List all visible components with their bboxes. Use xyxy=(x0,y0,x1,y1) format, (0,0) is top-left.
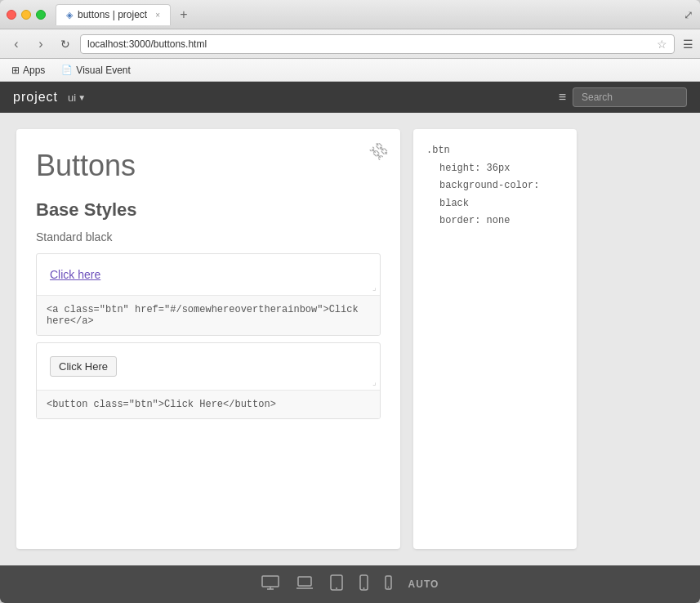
svg-rect-3 xyxy=(298,577,311,586)
button-demo-code: <button class="btn">Click Here</button> xyxy=(37,390,380,418)
back-button[interactable]: ‹ xyxy=(7,34,26,54)
resize-handle[interactable]: ⌟ xyxy=(372,283,377,292)
header-right: ≡ xyxy=(559,87,687,107)
address-text: localhost:3000/buttons.html xyxy=(87,38,652,50)
resize-handle-2[interactable]: ⌟ xyxy=(372,377,377,386)
list-view-icon[interactable]: ≡ xyxy=(559,90,566,105)
svg-point-10 xyxy=(387,586,389,587)
visual-event-icon: 📄 xyxy=(61,65,73,75)
main-content: ⛓ Buttons Base Styles Standard black Cli… xyxy=(0,113,700,565)
apps-label: Apps xyxy=(23,65,45,76)
info-property-3: border: none xyxy=(439,212,564,230)
nav-dropdown-arrow: ▼ xyxy=(78,93,86,102)
bookmarks-bar: ⊞ Apps 📄 Visual Event xyxy=(0,59,700,82)
new-tab-button[interactable]: + xyxy=(174,5,194,25)
info-selector: .btn xyxy=(426,142,564,160)
section-title: Base Styles xyxy=(36,199,381,221)
refresh-button[interactable]: ↻ xyxy=(56,34,75,54)
menu-button[interactable]: ☰ xyxy=(683,38,693,51)
phone-device-icon[interactable] xyxy=(359,574,368,595)
title-bar: ◈ buttons | project × + ⤢ xyxy=(0,0,700,29)
svg-rect-0 xyxy=(262,576,279,587)
nav-ui-dropdown[interactable]: ui ▼ xyxy=(68,92,86,104)
content-panel: ⛓ Buttons Base Styles Standard black Cli… xyxy=(16,129,400,549)
browser-window: ◈ buttons | project × + ⤢ ‹ › ↻ localhos… xyxy=(0,0,700,603)
demo-button[interactable]: Click Here xyxy=(50,356,117,377)
active-tab[interactable]: ◈ buttons | project × xyxy=(56,4,171,25)
svg-point-8 xyxy=(363,587,364,589)
toolbar: ‹ › ↻ localhost:3000/buttons.html ☆ ☰ xyxy=(0,29,700,59)
tab-close-button[interactable]: × xyxy=(155,11,160,20)
tab-title: buttons | project xyxy=(78,9,147,20)
tab-icon: ◈ xyxy=(66,10,73,20)
bookmark-star-button[interactable]: ☆ xyxy=(657,38,667,51)
forward-button[interactable]: › xyxy=(31,34,51,54)
app-area: project ui ▼ ≡ ⛓ Buttons Base Styles Sta… xyxy=(0,82,700,603)
button-demo-preview: Click Here ⌟ xyxy=(37,343,380,390)
expand-button[interactable]: ⤢ xyxy=(684,8,693,21)
button-demo-section: Click Here ⌟ <button class="btn">Click H… xyxy=(36,342,381,419)
bookmark-apps[interactable]: ⊞ Apps xyxy=(7,63,50,78)
app-logo: project xyxy=(13,90,58,105)
tab-bar: ◈ buttons | project × + xyxy=(56,4,677,25)
minimize-button[interactable] xyxy=(21,10,31,20)
laptop-device-icon[interactable] xyxy=(296,575,314,594)
demo-link[interactable]: Click here xyxy=(50,268,100,281)
svg-point-6 xyxy=(336,587,337,589)
page-title: Buttons xyxy=(36,149,381,183)
auto-label[interactable]: AUTO xyxy=(408,578,439,590)
small-phone-device-icon[interactable] xyxy=(385,575,392,594)
maximize-button[interactable] xyxy=(36,10,46,20)
info-property-1: height: 36px xyxy=(439,160,564,178)
close-button[interactable] xyxy=(7,10,16,20)
bottom-bar: AUTO xyxy=(0,565,700,603)
visual-event-label: Visual Event xyxy=(76,65,131,76)
section-label: Standard black xyxy=(36,230,381,243)
bookmark-visual-event[interactable]: 📄 Visual Event xyxy=(56,63,136,78)
link-demo-preview: Click here ⌟ xyxy=(37,254,380,295)
link-demo-code: <a class="btn" href="#/somewhereoverther… xyxy=(37,295,380,335)
tablet-device-icon[interactable] xyxy=(330,574,343,595)
nav-ui-label: ui xyxy=(68,92,76,104)
desktop-device-icon[interactable] xyxy=(261,575,279,594)
apps-grid-icon: ⊞ xyxy=(11,65,20,76)
search-input[interactable] xyxy=(573,87,687,107)
app-header: project ui ▼ ≡ xyxy=(0,82,700,113)
link-demo-section: Click here ⌟ <a class="btn" href="#/some… xyxy=(36,253,381,336)
info-property-2: background-color: black xyxy=(439,177,564,212)
traffic-lights xyxy=(7,10,46,20)
info-panel: .btn height: 36px background-color: blac… xyxy=(413,129,577,549)
app-nav: ui ▼ xyxy=(68,92,86,104)
address-bar[interactable]: localhost:3000/buttons.html ☆ xyxy=(80,34,675,54)
